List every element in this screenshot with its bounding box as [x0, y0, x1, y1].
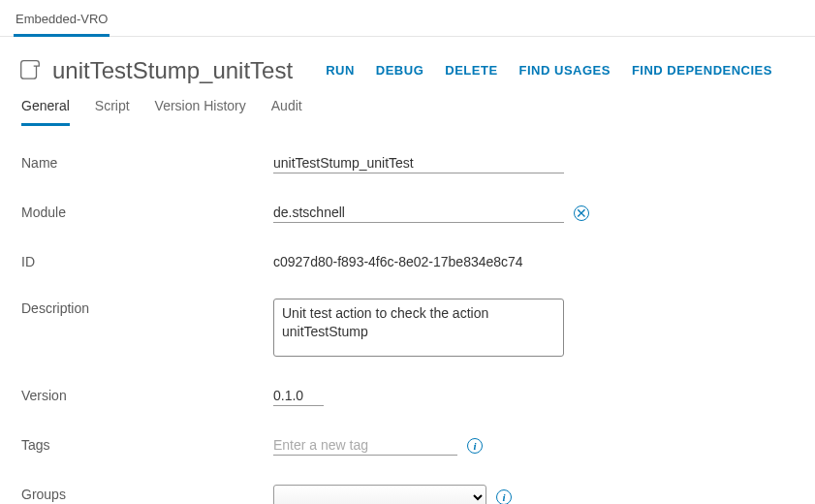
tab-audit[interactable]: Audit	[271, 98, 302, 125]
top-tab-embedded-vro[interactable]: Embedded-VRO	[14, 8, 110, 37]
find-dependencies-button[interactable]: FIND DEPENDENCIES	[632, 63, 772, 78]
tab-script[interactable]: Script	[95, 98, 130, 125]
description-input[interactable]	[273, 299, 564, 357]
version-label: Version	[21, 386, 273, 403]
id-label: ID	[21, 252, 273, 269]
debug-button[interactable]: DEBUG	[376, 63, 423, 78]
tab-general[interactable]: General	[21, 98, 70, 126]
tags-label: Tags	[21, 435, 273, 453]
separator	[0, 36, 815, 37]
find-usages-button[interactable]: FIND USAGES	[519, 63, 611, 78]
module-label: Module	[21, 203, 273, 220]
clear-module-icon[interactable]: ✕	[574, 205, 589, 221]
page-title: unitTestStump_unitTest	[52, 57, 293, 84]
run-button[interactable]: RUN	[326, 63, 355, 78]
version-input[interactable]	[273, 386, 324, 406]
groups-select[interactable]	[273, 485, 486, 504]
groups-label: Groups	[21, 485, 273, 502]
name-label: Name	[21, 153, 273, 171]
delete-button[interactable]: DELETE	[445, 63, 497, 78]
module-input[interactable]	[273, 203, 564, 223]
info-icon[interactable]: i	[496, 489, 512, 504]
tab-version-history[interactable]: Version History	[155, 98, 246, 125]
id-value: c0927d80-f893-4f6c-8e02-17be834e8c74	[273, 252, 523, 269]
description-label: Description	[21, 299, 273, 316]
info-icon[interactable]: i	[467, 438, 483, 454]
script-icon	[17, 56, 43, 84]
tags-input[interactable]	[273, 435, 457, 456]
name-input[interactable]	[273, 153, 564, 173]
